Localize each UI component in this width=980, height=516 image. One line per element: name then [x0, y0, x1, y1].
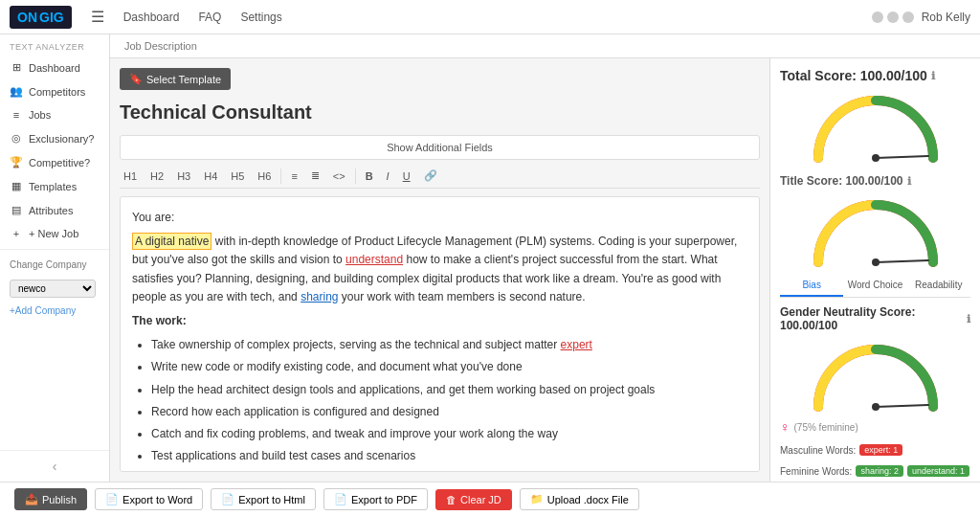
- close-button[interactable]: [902, 11, 914, 23]
- new-job-icon: +: [10, 228, 23, 239]
- para-you-are: You are:: [132, 209, 747, 227]
- masculine-word-expert: expert: 1: [859, 444, 902, 456]
- feminine-words-row: Feminine Words: sharing: 2 understand: 1: [780, 465, 970, 477]
- bottom-bar: 📤 Publish 📄 Export to Word 📄 Export to H…: [0, 482, 980, 516]
- title-score-label: Title Score: 100.00/100 ℹ: [780, 174, 970, 188]
- minimize-button[interactable]: [872, 11, 883, 23]
- unordered-list-button[interactable]: ≡: [287, 168, 301, 184]
- h3-button[interactable]: H3: [173, 168, 194, 184]
- show-additional-fields-button[interactable]: Show Additional Fields: [120, 135, 760, 160]
- job-title-input[interactable]: [120, 98, 760, 127]
- company-select[interactable]: newco: [10, 280, 96, 298]
- work-item-2: Write new code or modify existing code, …: [151, 358, 747, 376]
- h6-button[interactable]: H6: [254, 168, 275, 184]
- tab-readability[interactable]: Readability: [907, 275, 970, 297]
- work-item-5: Catch and fix coding problems, and tweak…: [151, 425, 747, 443]
- work-list: Take ownership of complex projects, serv…: [132, 336, 747, 472]
- score-tabs: Bias Word Choice Readability: [780, 275, 970, 298]
- sidebar-item-competitive[interactable]: 🏆 Competitive?: [0, 150, 109, 174]
- sidebar-divider: [0, 249, 109, 250]
- total-score-info-icon[interactable]: ℹ: [931, 70, 935, 82]
- upload-label: Upload .docx File: [547, 494, 629, 505]
- italic-button[interactable]: I: [383, 168, 393, 184]
- add-company-button[interactable]: +Add Company: [0, 302, 109, 320]
- clear-jd-label: Clear JD: [460, 494, 501, 505]
- feminine-label: ♀ (75% feminine): [780, 419, 970, 435]
- editor-content[interactable]: You are: A digital native with in-depth …: [120, 196, 760, 472]
- publish-label: Publish: [42, 494, 77, 505]
- export-word-button[interactable]: 📄 Export to Word: [95, 488, 203, 510]
- svg-line-2: [876, 260, 928, 262]
- h1-button[interactable]: H1: [120, 168, 141, 184]
- export-pdf-label: Export to PDF: [351, 494, 417, 505]
- work-item-6: Test applications and build test cases a…: [151, 447, 747, 465]
- toolbar-separator-1: [280, 168, 281, 184]
- total-score-label: Total Score: 100.00/100: [780, 68, 927, 83]
- nav-settings[interactable]: Settings: [240, 11, 281, 24]
- para-intro: A digital native with in-depth knowledge…: [132, 233, 747, 306]
- gender-score-gauge: [809, 340, 943, 412]
- h2-button[interactable]: H2: [146, 168, 167, 184]
- para-work-title: The work:: [132, 312, 747, 330]
- sidebar-item-attributes[interactable]: ▤ Attributes: [0, 198, 109, 222]
- nav-faq[interactable]: FAQ: [198, 11, 221, 24]
- gender-score-title: Gender Neutrality Score: 100.00/100 ℹ: [780, 305, 970, 332]
- bold-button[interactable]: B: [362, 168, 377, 184]
- h4-button[interactable]: H4: [200, 168, 221, 184]
- sidebar-item-dashboard[interactable]: ⊞ Dashboard: [0, 56, 109, 79]
- jobs-icon: ≡: [10, 109, 23, 121]
- html-icon: 📄: [221, 493, 234, 505]
- sidebar-item-label: Templates: [29, 181, 77, 192]
- sidebar-collapse-button[interactable]: ‹: [0, 450, 109, 482]
- top-nav-right: Rob Kelly: [872, 11, 970, 24]
- feminine-word-understand: understand: 1: [907, 465, 969, 477]
- gender-score-info-icon[interactable]: ℹ: [967, 313, 970, 325]
- nav-links: Dashboard FAQ Settings: [123, 11, 282, 24]
- work-item-3: Help the head architect design tools and…: [151, 381, 747, 399]
- title-score-info-icon[interactable]: ℹ: [907, 175, 911, 188]
- export-html-label: Export to Html: [238, 494, 305, 505]
- maximize-button[interactable]: [887, 11, 899, 23]
- sidebar-item-exclusionary[interactable]: ◎ Exclusionary?: [0, 126, 109, 150]
- show-fields-label: Show Additional Fields: [387, 142, 493, 153]
- export-word-label: Export to Word: [122, 494, 192, 505]
- editor-section: 🔖 Select Template Show Additional Fields…: [110, 58, 769, 482]
- logo: ONGIG: [10, 6, 72, 29]
- tab-bias[interactable]: Bias: [780, 275, 843, 297]
- hamburger-icon[interactable]: ☰: [91, 8, 104, 26]
- exclusionary-icon: ◎: [10, 132, 23, 145]
- toolbar-separator-2: [355, 168, 356, 184]
- sidebar-item-templates[interactable]: ▦ Templates: [0, 174, 109, 198]
- underline-workstream: workstream: [277, 471, 336, 472]
- trash-icon: 🗑: [446, 494, 457, 505]
- code-button[interactable]: <>: [329, 168, 349, 184]
- publish-button[interactable]: 📤 Publish: [14, 488, 87, 510]
- title-score-gauge: [809, 195, 943, 267]
- ordered-list-button[interactable]: ≣: [307, 168, 323, 184]
- underline-expert: expert: [561, 338, 592, 351]
- underline-button[interactable]: U: [399, 168, 414, 184]
- sidebar-item-new-job[interactable]: + + New Job: [0, 222, 109, 245]
- sidebar: TEXT ANALYZER ⊞ Dashboard 👥 Competitors …: [0, 34, 110, 482]
- feminine-icon: ♀: [780, 419, 791, 435]
- work-item-4: Record how each application is configure…: [151, 403, 747, 421]
- sidebar-item-competitors[interactable]: 👥 Competitors: [0, 79, 109, 103]
- sidebar-item-jobs[interactable]: ≡ Jobs: [0, 103, 109, 126]
- export-html-button[interactable]: 📄 Export to Html: [211, 488, 316, 510]
- sidebar-item-label: Jobs: [29, 109, 51, 121]
- clear-jd-button[interactable]: 🗑 Clear JD: [435, 489, 512, 510]
- upload-icon: 📁: [530, 493, 544, 505]
- select-template-button[interactable]: 🔖 Select Template: [120, 68, 231, 90]
- nav-dashboard[interactable]: Dashboard: [123, 11, 180, 24]
- masculine-words-label: Masculine Words:: [780, 445, 856, 456]
- export-pdf-button[interactable]: 📄 Export to PDF: [323, 488, 428, 510]
- upload-docx-button[interactable]: 📁 Upload .docx File: [520, 488, 639, 510]
- link-button[interactable]: 🔗: [420, 168, 441, 184]
- main-layout: TEXT ANALYZER ⊞ Dashboard 👥 Competitors …: [0, 34, 980, 482]
- tab-word-choice[interactable]: Word Choice: [843, 275, 906, 297]
- score-panel: Total Score: 100.00/100 ℹ: [769, 58, 980, 482]
- select-template-label: Select Template: [146, 74, 221, 85]
- attributes-icon: ▤: [10, 204, 23, 216]
- h5-button[interactable]: H5: [227, 168, 248, 184]
- feminine-label-text: (75% feminine): [794, 422, 858, 433]
